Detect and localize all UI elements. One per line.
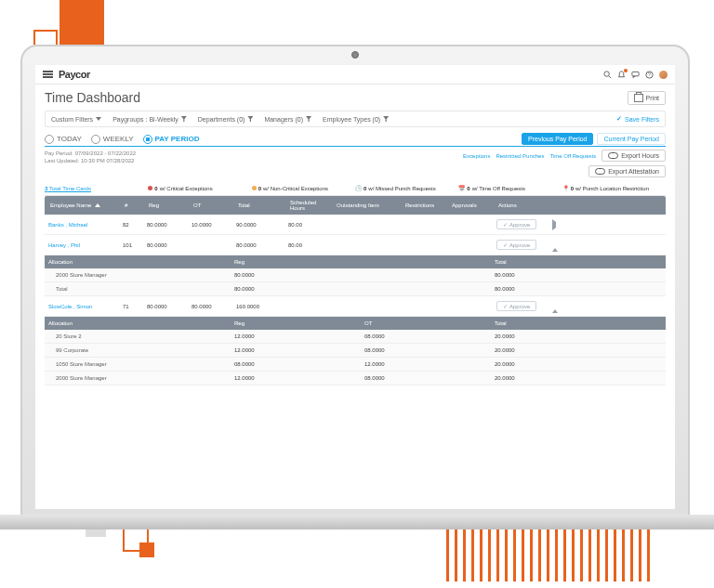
check-icon: ✓ bbox=[503, 303, 508, 309]
pay-period-text: Pay Period: 07/09/2022 - 07/22/2022 bbox=[45, 150, 136, 157]
col-ot[interactable]: OT bbox=[192, 203, 236, 208]
employee-number: 71 bbox=[123, 304, 147, 309]
total-hours: 90.0000 bbox=[236, 222, 288, 228]
col-employee-name[interactable]: Employee Name bbox=[48, 203, 123, 208]
radio-icon bbox=[91, 135, 100, 144]
search-icon[interactable] bbox=[603, 71, 612, 79]
laptop-frame: Paycor ? bbox=[20, 45, 690, 518]
paygroups-filter[interactable]: Paygroups : Bi-Weekly bbox=[112, 116, 187, 123]
tab-time-off-requests[interactable]: Time Off Requests bbox=[549, 153, 596, 159]
collapse-row-icon[interactable] bbox=[552, 240, 558, 252]
clock-icon: 🕒 bbox=[355, 185, 362, 191]
tab-exceptions[interactable]: Exceptions bbox=[463, 153, 490, 159]
dot-red-icon bbox=[148, 186, 152, 190]
avatar[interactable] bbox=[659, 71, 668, 79]
pin-icon: 📍 bbox=[562, 185, 569, 191]
app-screen: Paycor ? bbox=[35, 65, 675, 509]
svg-point-0 bbox=[604, 71, 609, 75]
expand-row-icon[interactable] bbox=[552, 219, 556, 230]
employee-name-link[interactable]: SlowCole , Simon bbox=[48, 304, 123, 309]
approve-button[interactable]: ✓ Approve bbox=[496, 301, 536, 311]
employee-number: 82 bbox=[123, 222, 147, 228]
table-header: Employee Name # Reg OT Total Scheduled H… bbox=[45, 196, 666, 215]
page-title: Time Dashboard bbox=[45, 90, 140, 105]
col-outstanding[interactable]: Outstanding Item bbox=[335, 203, 403, 208]
print-label: Print bbox=[646, 95, 659, 101]
print-button[interactable]: Print bbox=[628, 91, 666, 105]
dot-orange-icon bbox=[252, 186, 257, 190]
col-actions[interactable]: Actions bbox=[496, 203, 552, 208]
col-total[interactable]: Total bbox=[236, 203, 288, 208]
summary-noncritical[interactable]: 0 w/ Non-Critical Exceptions bbox=[252, 185, 355, 191]
employee-number: 101 bbox=[123, 242, 147, 248]
help-icon[interactable]: ? bbox=[645, 71, 654, 79]
allocation-row: 20 Store 2 12.0000 08.0000 20.0000 bbox=[45, 330, 666, 344]
range-tabs: TODAY WEEKLY PAY PERIOD Prev bbox=[45, 133, 666, 147]
bell-icon[interactable] bbox=[617, 71, 626, 79]
reg-hours: 80.0000 bbox=[147, 304, 192, 309]
print-icon bbox=[634, 94, 643, 102]
departments-filter[interactable]: Departments (0) bbox=[198, 116, 254, 123]
allocation-header: Allocation Reg Total bbox=[45, 255, 666, 268]
chat-icon[interactable] bbox=[631, 71, 640, 79]
save-filters-button[interactable]: ✓ Save Filters bbox=[616, 115, 659, 123]
funnel-icon bbox=[181, 116, 187, 122]
radio-icon bbox=[45, 135, 54, 144]
svg-line-1 bbox=[609, 75, 611, 77]
check-icon: ✓ bbox=[616, 115, 622, 123]
sort-asc-icon bbox=[95, 203, 100, 207]
app-header: Paycor ? bbox=[35, 65, 675, 85]
export-hours-button[interactable]: Export Hours bbox=[602, 150, 666, 162]
decor-square-large bbox=[60, 0, 104, 45]
cloud-icon bbox=[608, 152, 618, 159]
table-row: SlowCole , Simon 71 80.0000 80.0000 160.… bbox=[45, 296, 666, 317]
allocation-row: 1050 Store Manager 08.0000 12.0000 20.00… bbox=[45, 358, 666, 372]
check-icon: ✓ bbox=[503, 221, 508, 228]
svg-text:?: ? bbox=[648, 72, 651, 77]
col-restrictions[interactable]: Restrictions bbox=[403, 203, 450, 208]
scheduled-hours: 80.00 bbox=[288, 222, 335, 228]
approve-button[interactable]: ✓ Approve bbox=[496, 240, 536, 250]
tab-restricted-punches[interactable]: Restricted Punches bbox=[496, 153, 544, 159]
decor-square-small bbox=[139, 542, 154, 557]
total-hours: 160.0000 bbox=[236, 304, 288, 309]
col-scheduled[interactable]: Scheduled Hours bbox=[288, 200, 335, 211]
table-row: Harvey , Phil 101 80.0000 80.0000 80.00 … bbox=[45, 235, 666, 255]
total-hours: 80.0000 bbox=[236, 242, 288, 248]
cloud-icon bbox=[595, 168, 605, 175]
reg-hours: 80.0000 bbox=[147, 222, 192, 228]
ot-hours: 80.0000 bbox=[192, 304, 236, 309]
range-today[interactable]: TODAY bbox=[45, 135, 82, 144]
employee-name-link[interactable]: Banks , Michael bbox=[48, 222, 123, 228]
summary-total-cards[interactable]: 3 Total Time Cards bbox=[45, 185, 148, 191]
allocation-row: 2000 Store Manager 12.0000 08.0000 20.00… bbox=[45, 372, 666, 385]
employee-name-link[interactable]: Harvey , Phil bbox=[48, 242, 123, 248]
managers-filter[interactable]: Managers (0) bbox=[264, 116, 311, 123]
check-icon: ✓ bbox=[503, 242, 508, 248]
filter-bar: Custom Filters Paygroups : Bi-Weekly Dep… bbox=[45, 111, 666, 127]
range-pay-period[interactable]: PAY PERIOD bbox=[143, 135, 200, 144]
menu-icon[interactable] bbox=[43, 71, 53, 78]
approve-button[interactable]: ✓ Approve bbox=[496, 219, 536, 229]
summary-time-off[interactable]: 📅 0 w/ Time Off Requests bbox=[458, 185, 562, 191]
col-reg[interactable]: Reg bbox=[147, 203, 192, 208]
allocation-row: 99 Corporate 12.0000 08.0000 20.0000 bbox=[45, 344, 666, 358]
custom-filters-dropdown[interactable]: Custom Filters bbox=[51, 116, 101, 123]
export-attestation-button[interactable]: Export Attestation bbox=[588, 165, 666, 177]
employee-types-filter[interactable]: Employee Types (0) bbox=[323, 116, 389, 123]
col-number[interactable]: # bbox=[123, 203, 147, 208]
summary-location[interactable]: 📍 0 w/ Punch Location Restriction bbox=[562, 185, 666, 191]
summary-critical[interactable]: 0 w/ Critical Exceptions bbox=[148, 185, 251, 191]
col-approvals[interactable]: Approvals bbox=[450, 203, 496, 208]
reg-hours: 80.0000 bbox=[147, 242, 192, 248]
current-pay-period-button[interactable]: Current Pay Period bbox=[597, 133, 666, 145]
summary-missed-punch[interactable]: 🕒 0 w/ Missed Punch Requests bbox=[355, 185, 458, 191]
summary-bar: 3 Total Time Cards 0 w/ Critical Excepti… bbox=[45, 181, 666, 196]
caret-down-icon bbox=[96, 117, 101, 121]
previous-pay-period-button[interactable]: Previous Pay Period bbox=[522, 133, 593, 145]
funnel-icon bbox=[383, 116, 389, 122]
range-weekly[interactable]: WEEKLY bbox=[91, 135, 134, 144]
ot-hours: 10.0000 bbox=[192, 222, 236, 228]
collapse-row-icon[interactable] bbox=[552, 301, 558, 313]
laptop-base bbox=[0, 515, 714, 529]
